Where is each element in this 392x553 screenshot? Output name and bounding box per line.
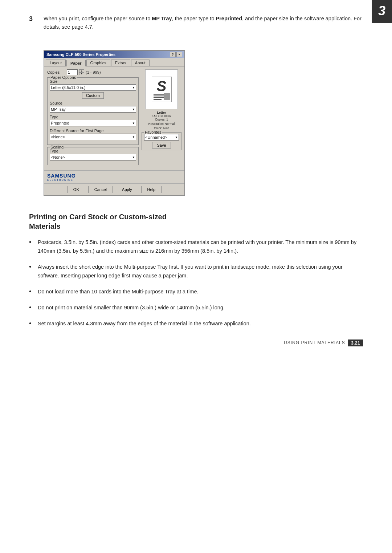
bullet-text-5: Set margins at least 4.3mm away from the… <box>38 320 251 328</box>
chapter-tab: 3 <box>372 0 392 23</box>
scaling-type-label: Type <box>50 149 136 153</box>
source-value: MP Tray <box>51 107 66 111</box>
bullet-icon: • <box>29 320 34 328</box>
help-button[interactable]: ? <box>170 52 176 57</box>
step-3-section: 3 When you print, configure the paper so… <box>29 15 363 31</box>
dialog-left-panel: Copies ▲ ▼ (1 - 999) Paper Options Size <box>47 69 139 167</box>
source-label: Source <box>50 101 136 105</box>
preview-tray-icon <box>164 93 170 100</box>
scaling-label: Scaling <box>50 145 64 149</box>
section-heading: Printing on Card Stock or Custom-sized M… <box>29 212 363 231</box>
size-value: Letter (8.5x11.0 in.) <box>51 85 85 90</box>
copies-range: (1 - 999) <box>86 70 101 74</box>
heading-line1: Printing on Card Stock or Custom-sized <box>29 213 167 221</box>
list-item: • Always insert the short edge into the … <box>29 263 363 280</box>
help-dialog-button[interactable]: Help <box>141 186 162 193</box>
size-label: Size <box>50 79 136 84</box>
page-footer: Using Print Materials 3.21 <box>284 339 363 346</box>
preview-content: S <box>152 77 172 102</box>
samsung-sub: ELECTRONICS <box>47 179 73 181</box>
copies-up-btn[interactable]: ▲ <box>79 69 84 72</box>
footer-label: Using Print Materials <box>284 340 345 345</box>
dialog-body: Copies ▲ ▼ (1 - 999) Paper Options Size <box>44 66 184 170</box>
source-row: Source MP Tray ▼ <box>50 101 136 113</box>
copies-label: Copies <box>47 70 65 74</box>
step-text: When you print, configure the paper sour… <box>44 15 363 31</box>
favorites-select[interactable]: <Unnamed> ▼ <box>144 134 179 141</box>
tab-about[interactable]: About <box>131 60 150 66</box>
source-arrow-icon: ▼ <box>132 108 135 111</box>
scaling-type-value: <None> <box>51 155 65 159</box>
preview-letter-size: 8.50 x 11.00 in. <box>152 114 172 118</box>
dialog-action-buttons: OK Cancel Apply Help <box>44 183 184 195</box>
scaling-group: Scaling Type <None> ▼ <box>47 147 139 165</box>
list-item: • Set margins at least 4.3mm away from t… <box>29 320 363 328</box>
preview-paper: S <box>152 77 172 102</box>
bullet-icon: • <box>29 304 34 312</box>
bullet-icon: • <box>29 238 34 256</box>
preview-letter-label: Letter <box>157 111 166 114</box>
copies-down-btn[interactable]: ▼ <box>79 72 84 75</box>
favorites-group: Favorites <Unnamed> ▼ Save <box>142 132 181 150</box>
list-item: • Do not load more than 10 cards into th… <box>29 288 363 296</box>
tab-graphics[interactable]: Graphics <box>86 60 110 66</box>
footer-page: 3.21 <box>348 339 363 346</box>
preview-box: S <box>145 69 178 109</box>
main-content: Printing on Card Stock or Custom-sized M… <box>29 212 363 328</box>
cancel-button[interactable]: Cancel <box>88 186 113 193</box>
tab-extras[interactable]: Extras <box>111 60 130 66</box>
dialog-title: Samsung CLP-500 Series Properties <box>46 52 115 57</box>
type-label: Type <box>50 115 136 119</box>
dialog-window: Samsung CLP-500 Series Properties ? × La… <box>44 50 185 196</box>
bullet-text-2: Always insert the short edge into the Mu… <box>38 263 363 280</box>
samsung-bar: SAMSUNG ELECTRONICS <box>44 170 184 183</box>
type-select[interactable]: Preprinted ▼ <box>50 120 136 126</box>
list-item: • Postcards, 3.5in. by 5.5in. (index) ca… <box>29 238 363 256</box>
paper-options-group: Paper Options Size Letter (8.5x11.0 in.)… <box>47 77 139 145</box>
ok-button[interactable]: OK <box>67 186 85 193</box>
bullet-text-3: Do not load more than 10 cards into the … <box>38 288 198 296</box>
type-row: Type Preprinted ▼ <box>50 115 136 126</box>
dialog-titlebar: Samsung CLP-500 Series Properties ? × <box>44 51 184 58</box>
copies-spinner: ▲ ▼ <box>79 69 84 75</box>
scaling-type-row: Type <None> ▼ <box>50 149 136 160</box>
diff-source-arrow-icon: ▼ <box>132 135 135 139</box>
bullet-text-1: Postcards, 3.5in. by 5.5in. (index) card… <box>38 238 363 256</box>
dialog-container: Samsung CLP-500 Series Properties ? × La… <box>44 50 185 196</box>
bullet-list: • Postcards, 3.5in. by 5.5in. (index) ca… <box>29 238 363 328</box>
scaling-arrow-icon: ▼ <box>132 156 135 159</box>
copies-input[interactable] <box>67 69 78 75</box>
chapter-number: 3 <box>378 3 385 18</box>
size-arrow-icon: ▼ <box>132 86 135 89</box>
step-number: 3 <box>29 15 38 31</box>
diff-source-row: Different Source for First Page <None> ▼ <box>50 129 136 140</box>
preview-copies: Copies: 1 <box>155 118 168 122</box>
diff-source-select[interactable]: <None> ▼ <box>50 134 136 140</box>
tab-layout[interactable]: Layout <box>46 60 66 66</box>
titlebar-buttons: ? × <box>170 52 182 57</box>
type-value: Preprinted <box>51 121 69 125</box>
samsung-text: SAMSUNG <box>47 173 76 179</box>
apply-button[interactable]: Apply <box>116 186 138 193</box>
source-select[interactable]: MP Tray ▼ <box>50 106 136 113</box>
favorites-label: Favorites <box>144 130 162 134</box>
heading-line2: Materials <box>29 222 61 230</box>
tab-paper[interactable]: Paper <box>66 60 86 66</box>
diff-source-value: <None> <box>51 135 65 139</box>
size-row: Size Letter (8.5x11.0 in.) ▼ Custom <box>50 79 136 99</box>
close-button[interactable]: × <box>176 52 182 57</box>
samsung-logo: SAMSUNG ELECTRONICS <box>47 173 76 181</box>
type-arrow-icon: ▼ <box>132 122 135 125</box>
dialog-right-panel: S Letter 8.50 x 11.00 in. Copies: 1 Reso… <box>142 69 181 167</box>
bullet-icon: • <box>29 288 34 296</box>
custom-button[interactable]: Custom <box>82 92 104 99</box>
save-button[interactable]: Save <box>152 142 171 149</box>
bullet-text-4: Do not print on material smaller than 90… <box>38 304 225 312</box>
preview-s-letter: S <box>154 79 170 93</box>
preview-line-3 <box>154 99 162 100</box>
scaling-type-select[interactable]: <None> ▼ <box>50 154 136 160</box>
favorites-arrow-icon: ▼ <box>175 136 178 139</box>
list-item: • Do not print on material smaller than … <box>29 304 363 312</box>
bullet-icon: • <box>29 263 34 280</box>
size-select[interactable]: Letter (8.5x11.0 in.) ▼ <box>50 84 136 91</box>
